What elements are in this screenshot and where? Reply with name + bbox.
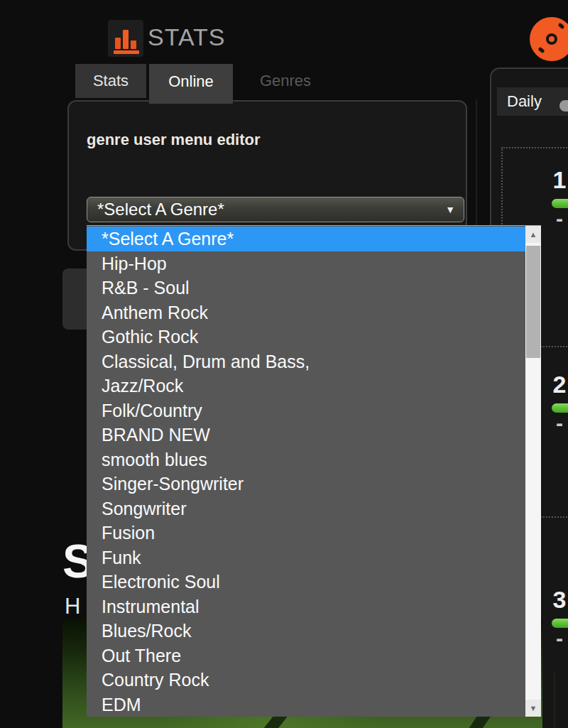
dropdown-option[interactable]: Out There: [87, 643, 525, 668]
dropdown-option[interactable]: R&B - Soul: [87, 276, 525, 300]
period-toggle-fragment[interactable]: [559, 100, 568, 112]
rank-item: 1 -: [540, 166, 568, 228]
rank-number: 1: [540, 166, 568, 193]
scroll-up-icon[interactable]: ▲: [525, 226, 541, 243]
dropdown-option[interactable]: Gothic Rock: [87, 325, 525, 349]
disc-icon[interactable]: [530, 17, 568, 61]
hero-subtitle-partial: H: [65, 594, 80, 619]
tab-online[interactable]: Online: [149, 64, 233, 104]
dropdown-option[interactable]: Jazz/Rock: [87, 374, 525, 398]
tab-daily[interactable]: Daily: [507, 87, 542, 116]
rank-item: 2 -: [540, 371, 568, 433]
genre-select[interactable]: *Select A Genre* ▼: [87, 197, 464, 222]
hidden-button-fragment: [62, 268, 88, 330]
scroll-down-icon[interactable]: ▼: [525, 700, 541, 717]
dropdown-scrollbar[interactable]: ▲ ▼: [525, 226, 541, 717]
rank-dash: -: [540, 414, 568, 433]
dropdown-option[interactable]: Hip-Hop: [87, 251, 525, 276]
rank-number: 3: [540, 586, 568, 613]
tab-stats[interactable]: Stats: [75, 64, 146, 98]
dropdown-option[interactable]: smooth blues: [87, 447, 525, 472]
rank-number: 2: [540, 371, 568, 398]
rank-dash: -: [540, 210, 568, 228]
rank-item: 3 -: [540, 586, 568, 648]
editor-heading: genre user menu editor: [87, 131, 261, 149]
dropdown-option[interactable]: Fusion: [87, 521, 525, 545]
dropdown-option[interactable]: Country Rock: [87, 668, 525, 692]
tab-genres[interactable]: Genres: [244, 64, 327, 98]
dropdown-option[interactable]: Funk: [87, 545, 525, 570]
genre-select-value: *Select A Genre*: [97, 197, 224, 222]
genre-dropdown-list: *Select A Genre* Hip-Hop R&B - Soul Anth…: [87, 225, 541, 717]
chevron-down-icon: ▼: [445, 197, 455, 222]
dropdown-option[interactable]: Singer-Songwriter: [87, 472, 525, 496]
dropdown-option[interactable]: BRAND NEW: [87, 423, 525, 447]
period-tab-bar: Daily: [497, 87, 568, 116]
dropdown-option[interactable]: Folk/Country: [87, 398, 525, 423]
scrollbar-thumb[interactable]: [526, 246, 540, 358]
dropdown-option[interactable]: Electronic Soul: [87, 570, 525, 594]
dropdown-option[interactable]: Instrumental: [87, 594, 525, 619]
dropdown-option-selected[interactable]: *Select A Genre*: [87, 227, 525, 251]
rank-dash: -: [540, 629, 568, 648]
dropdown-option[interactable]: Blues/Rock: [87, 619, 525, 643]
dropdown-option[interactable]: EDM: [87, 692, 525, 717]
bar-chart-icon: [114, 24, 141, 54]
dropdown-option[interactable]: Songwriter: [87, 496, 525, 521]
page-title: STATS: [148, 23, 226, 51]
dropdown-option[interactable]: Anthem Rock: [87, 300, 525, 325]
dropdown-option[interactable]: Classical, Drum and Bass,: [87, 349, 525, 374]
panel-gridline: [554, 673, 555, 728]
